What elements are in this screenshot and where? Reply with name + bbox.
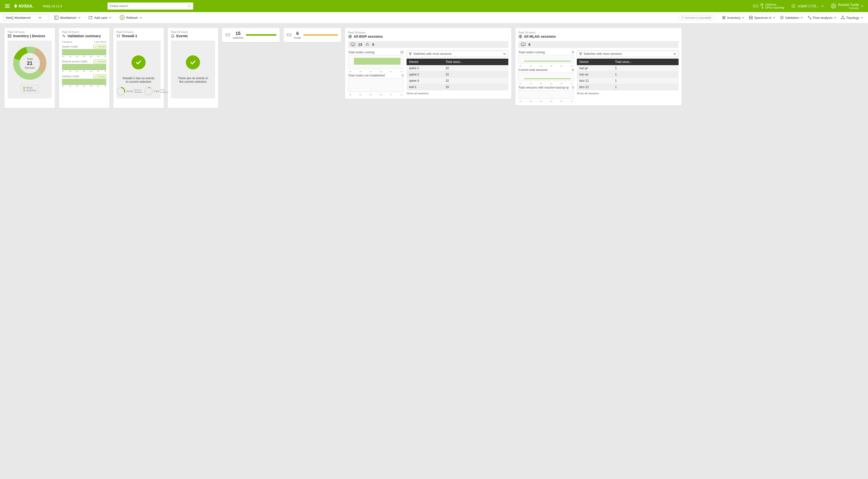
svg-rect-20 (8, 34, 11, 36)
nav-validation[interactable]: Validation (778, 14, 805, 21)
svg-point-6 (833, 4, 834, 6)
table-row[interactable]: spine-232 (407, 71, 508, 78)
nav-spectrum[interactable]: Spectrum-X (747, 14, 777, 21)
mlag-left: Total nodes running6 151923030711 Curren… (518, 50, 574, 102)
table-row[interactable]: exit-120 (407, 84, 508, 90)
show-all-link[interactable]: Show all sessions (577, 92, 679, 95)
mlag-right: Switches with most sessions DeviceTotal … (577, 50, 679, 102)
mini-chart (518, 90, 574, 99)
bell-icon (171, 34, 175, 38)
workbench-button[interactable]: Workbench (52, 14, 83, 21)
nav-flow[interactable]: Flow analysis (806, 14, 838, 21)
chevron-down-icon (861, 5, 864, 7)
globe-icon (348, 34, 352, 38)
pause-icon (119, 15, 125, 21)
card-events[interactable]: Past 24 hours Events There are no events… (168, 28, 218, 108)
card-title: Inventory | Devices (7, 34, 52, 38)
pass-badge: Passed (93, 60, 106, 63)
chevron-down-icon (139, 16, 142, 19)
table-row[interactable]: spine-332 (407, 78, 508, 84)
table-row[interactable]: torc-121 (577, 84, 679, 90)
mini-chart (518, 55, 574, 63)
gauge-icon (116, 87, 125, 96)
validation-row: Network service healthPassed141822020610… (62, 60, 106, 72)
workspace: Past 24 hours Inventory | Devices Total … (0, 24, 868, 112)
timeframe-label: Past 24 hours (7, 30, 52, 33)
switch-icon (287, 33, 292, 37)
col-sessions: Total sessi... (443, 59, 496, 65)
logo[interactable]: NVIDIA. NetQ v4.11.0 (13, 3, 62, 9)
location-icon (791, 4, 796, 8)
inventory-donut: Total 21 Devices (12, 45, 48, 81)
stat-bar (303, 34, 338, 36)
svg-rect-21 (8, 36, 11, 37)
alert-count: 0 (372, 42, 374, 46)
monitor-icon[interactable] (521, 43, 525, 46)
bgp-left: Total nodes running13 151923030711 Total… (348, 50, 404, 96)
sessions-filter[interactable]: Switches with most sessions (407, 50, 508, 57)
user-org: Cumulus (838, 7, 859, 9)
chevron-down-icon (742, 16, 744, 19)
table-row[interactable]: noc-se1 (577, 71, 679, 78)
user-block[interactable]: Rocket Turtle Cumulus (831, 3, 864, 9)
hamburger-icon[interactable] (4, 3, 10, 9)
mlag-table: DeviceTotal sessi... noc-pr1noc-se1torc-… (577, 59, 679, 90)
card-firewall[interactable]: Past 24 hours firewall-1 firewall-1 has … (113, 28, 164, 108)
timeframe-label: Past 24 hours (171, 30, 215, 33)
mini-chart (518, 72, 574, 81)
card-mlag[interactable]: Past 24 hours All MLAG sessions 6 Total … (515, 28, 682, 105)
show-all-link[interactable]: Show all sessions (407, 92, 508, 95)
autosave-badge: Autosave is unavailable (678, 15, 714, 20)
workbench-select[interactable]: NetQ Workbench (3, 14, 49, 21)
switches-label: Switches (765, 3, 784, 6)
add-card-icon (89, 15, 93, 20)
table-row[interactable]: noc-pr1 (577, 65, 679, 71)
session-count: 6 (528, 42, 530, 46)
chevron-down-icon (801, 16, 803, 19)
table-row[interactable]: torc-111 (577, 78, 679, 84)
user-icon (831, 3, 836, 9)
col-device: Device (577, 59, 613, 65)
device-count-block[interactable]: 150 SwitchesDPUs reporting (753, 3, 784, 9)
pass-badge: Passed (93, 45, 106, 48)
donut-legend: Hosts Switches (21, 85, 38, 93)
card-title: Validation summary (62, 34, 106, 38)
header-right: 150 SwitchesDPUs reporting sclark-1719..… (753, 3, 864, 9)
table-row[interactable]: spine-132 (407, 65, 508, 71)
mini-chart (348, 78, 404, 92)
chevron-down-icon (673, 52, 676, 55)
slash-icon (681, 16, 684, 19)
card-inventory[interactable]: Past 24 hours Inventory | Devices Total … (4, 28, 55, 108)
timeframe-label: Past 24 hours (116, 30, 161, 33)
box-icon (753, 4, 758, 8)
sessions-filter[interactable]: Switches with most sessions (577, 50, 679, 57)
refresh-button[interactable]: Refresh (117, 13, 145, 22)
card-title: Events (171, 34, 215, 38)
add-card-button[interactable]: Add card (86, 14, 114, 21)
workbench-select-label: NetQ Workbench (6, 16, 31, 20)
panel-icon (54, 15, 58, 20)
svg-rect-32 (351, 43, 355, 45)
card-validation[interactable]: Past 24 hours Validation summary Categor… (59, 28, 109, 108)
mini-chart (348, 55, 404, 69)
bell-icon[interactable] (365, 42, 369, 46)
nav-inventory[interactable]: Inventory (720, 14, 746, 21)
nav-group: Inventory Spectrum-X Validation Flow ana… (717, 14, 865, 21)
search-icon (188, 4, 191, 8)
bgp-table: DeviceTotal sessi... spine-132spine-232s… (407, 59, 508, 90)
col-sessions: Total sessi... (613, 59, 666, 65)
stat-switches[interactable]: 15switches (222, 28, 280, 42)
svg-rect-7 (55, 16, 58, 20)
stat-hosts[interactable]: 6hosts (284, 28, 341, 42)
chevron-down-icon (821, 5, 824, 7)
card-bgp[interactable]: Past 24 hours All BGP sessions 13 0 Tota… (345, 28, 511, 99)
chevron-down-icon (78, 16, 81, 19)
monitor-icon[interactable] (351, 43, 355, 46)
search-input[interactable] (110, 4, 188, 8)
global-search[interactable] (107, 2, 193, 9)
chevron-down-icon (861, 16, 863, 19)
check-circle-icon (186, 55, 200, 69)
location-block[interactable]: sclark-1719... (791, 4, 824, 8)
nvidia-logo-icon: NVIDIA. (13, 3, 41, 9)
nav-topology[interactable]: Topology (839, 14, 865, 21)
